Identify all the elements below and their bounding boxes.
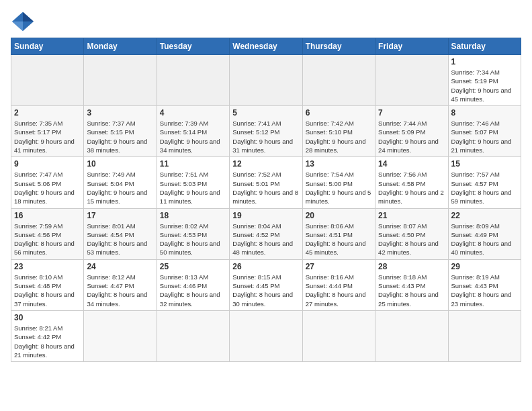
day-number: 2 bbox=[14, 108, 81, 118]
day-info: Sunrise: 7:59 AM Sunset: 4:56 PM Dayligh… bbox=[14, 222, 81, 257]
calendar-week-5: 23Sunrise: 8:10 AM Sunset: 4:48 PM Dayli… bbox=[11, 259, 521, 310]
day-info: Sunrise: 7:47 AM Sunset: 5:06 PM Dayligh… bbox=[14, 170, 81, 205]
calendar-cell bbox=[157, 55, 229, 106]
day-info: Sunrise: 8:04 AM Sunset: 4:52 PM Dayligh… bbox=[232, 222, 299, 257]
day-info: Sunrise: 7:51 AM Sunset: 5:03 PM Dayligh… bbox=[160, 170, 226, 205]
day-number: 30 bbox=[14, 313, 81, 322]
calendar-cell: 22Sunrise: 8:09 AM Sunset: 4:49 PM Dayli… bbox=[448, 208, 521, 259]
day-number: 4 bbox=[160, 108, 226, 118]
day-info: Sunrise: 7:56 AM Sunset: 4:58 PM Dayligh… bbox=[378, 170, 445, 205]
calendar-cell: 29Sunrise: 8:19 AM Sunset: 4:43 PM Dayli… bbox=[448, 259, 521, 310]
calendar-week-1: 1Sunrise: 7:34 AM Sunset: 5:19 PM Daylig… bbox=[11, 55, 521, 106]
day-number: 20 bbox=[306, 211, 372, 220]
generalblue-logo-icon bbox=[11, 11, 35, 32]
weekday-header-saturday: Saturday bbox=[448, 38, 521, 55]
calendar-cell: 8Sunrise: 7:46 AM Sunset: 5:07 PM Daylig… bbox=[448, 106, 521, 157]
day-number: 18 bbox=[160, 211, 226, 220]
calendar-cell bbox=[84, 310, 157, 361]
day-info: Sunrise: 7:44 AM Sunset: 5:09 PM Dayligh… bbox=[378, 119, 445, 154]
calendar-cell: 9Sunrise: 7:47 AM Sunset: 5:06 PM Daylig… bbox=[11, 157, 84, 208]
calendar-cell: 27Sunrise: 8:16 AM Sunset: 4:44 PM Dayli… bbox=[302, 259, 375, 310]
day-number: 26 bbox=[232, 262, 299, 271]
day-info: Sunrise: 8:06 AM Sunset: 4:51 PM Dayligh… bbox=[306, 222, 372, 257]
calendar-cell: 7Sunrise: 7:44 AM Sunset: 5:09 PM Daylig… bbox=[375, 106, 448, 157]
day-number: 3 bbox=[87, 108, 153, 118]
day-number: 22 bbox=[451, 211, 518, 220]
day-info: Sunrise: 8:16 AM Sunset: 4:44 PM Dayligh… bbox=[306, 273, 372, 308]
calendar-week-2: 2Sunrise: 7:35 AM Sunset: 5:17 PM Daylig… bbox=[11, 106, 521, 157]
logo bbox=[11, 11, 38, 32]
weekday-header-sunday: Sunday bbox=[11, 38, 84, 55]
svg-marker-2 bbox=[12, 21, 23, 31]
header bbox=[11, 11, 521, 32]
day-info: Sunrise: 7:49 AM Sunset: 5:04 PM Dayligh… bbox=[87, 170, 153, 205]
calendar-cell: 19Sunrise: 8:04 AM Sunset: 4:52 PM Dayli… bbox=[230, 208, 302, 259]
calendar-cell: 17Sunrise: 8:01 AM Sunset: 4:54 PM Dayli… bbox=[84, 208, 157, 259]
calendar-cell: 13Sunrise: 7:54 AM Sunset: 5:00 PM Dayli… bbox=[302, 157, 375, 208]
day-info: Sunrise: 7:52 AM Sunset: 5:01 PM Dayligh… bbox=[232, 170, 299, 205]
calendar-cell: 11Sunrise: 7:51 AM Sunset: 5:03 PM Dayli… bbox=[157, 157, 229, 208]
calendar-cell: 4Sunrise: 7:39 AM Sunset: 5:14 PM Daylig… bbox=[157, 106, 229, 157]
calendar-cell: 15Sunrise: 7:57 AM Sunset: 4:57 PM Dayli… bbox=[448, 157, 521, 208]
calendar-cell: 5Sunrise: 7:41 AM Sunset: 5:12 PM Daylig… bbox=[230, 106, 302, 157]
day-info: Sunrise: 8:15 AM Sunset: 4:45 PM Dayligh… bbox=[232, 273, 299, 308]
day-info: Sunrise: 8:07 AM Sunset: 4:50 PM Dayligh… bbox=[378, 222, 445, 257]
weekday-header-row: SundayMondayTuesdayWednesdayThursdayFrid… bbox=[11, 38, 521, 55]
calendar-cell bbox=[230, 310, 302, 361]
day-number: 19 bbox=[232, 211, 299, 220]
day-info: Sunrise: 7:39 AM Sunset: 5:14 PM Dayligh… bbox=[160, 119, 226, 154]
day-number: 24 bbox=[87, 262, 153, 271]
day-number: 11 bbox=[160, 159, 226, 169]
calendar-cell: 10Sunrise: 7:49 AM Sunset: 5:04 PM Dayli… bbox=[84, 157, 157, 208]
day-info: Sunrise: 7:46 AM Sunset: 5:07 PM Dayligh… bbox=[451, 119, 518, 154]
calendar-week-6: 30Sunrise: 8:21 AM Sunset: 4:42 PM Dayli… bbox=[11, 310, 521, 361]
weekday-header-wednesday: Wednesday bbox=[230, 38, 302, 55]
day-number: 17 bbox=[87, 211, 153, 220]
calendar-cell bbox=[84, 55, 157, 106]
calendar-cell bbox=[375, 55, 448, 106]
weekday-header-tuesday: Tuesday bbox=[157, 38, 229, 55]
day-number: 7 bbox=[378, 108, 445, 118]
day-info: Sunrise: 7:37 AM Sunset: 5:15 PM Dayligh… bbox=[87, 119, 153, 154]
calendar-cell: 26Sunrise: 8:15 AM Sunset: 4:45 PM Dayli… bbox=[230, 259, 302, 310]
day-number: 29 bbox=[451, 262, 518, 271]
day-info: Sunrise: 7:34 AM Sunset: 5:19 PM Dayligh… bbox=[451, 68, 518, 103]
day-number: 9 bbox=[14, 159, 81, 169]
day-info: Sunrise: 7:42 AM Sunset: 5:10 PM Dayligh… bbox=[306, 119, 372, 154]
calendar-cell: 28Sunrise: 8:18 AM Sunset: 4:43 PM Dayli… bbox=[375, 259, 448, 310]
calendar-cell: 20Sunrise: 8:06 AM Sunset: 4:51 PM Dayli… bbox=[302, 208, 375, 259]
day-info: Sunrise: 8:10 AM Sunset: 4:48 PM Dayligh… bbox=[14, 273, 81, 308]
day-number: 12 bbox=[232, 159, 299, 169]
day-number: 10 bbox=[87, 159, 153, 169]
weekday-header-friday: Friday bbox=[375, 38, 448, 55]
day-info: Sunrise: 8:18 AM Sunset: 4:43 PM Dayligh… bbox=[378, 273, 445, 308]
day-number: 1 bbox=[451, 57, 518, 66]
calendar-cell: 12Sunrise: 7:52 AM Sunset: 5:01 PM Dayli… bbox=[230, 157, 302, 208]
calendar-cell: 30Sunrise: 8:21 AM Sunset: 4:42 PM Dayli… bbox=[11, 310, 84, 361]
calendar-week-3: 9Sunrise: 7:47 AM Sunset: 5:06 PM Daylig… bbox=[11, 157, 521, 208]
calendar-cell bbox=[448, 310, 521, 361]
calendar-cell bbox=[11, 55, 84, 106]
day-number: 21 bbox=[378, 211, 445, 220]
calendar-cell bbox=[157, 310, 229, 361]
calendar-cell: 14Sunrise: 7:56 AM Sunset: 4:58 PM Dayli… bbox=[375, 157, 448, 208]
calendar-table: SundayMondayTuesdayWednesdayThursdayFrid… bbox=[11, 38, 521, 362]
day-number: 27 bbox=[306, 262, 372, 271]
calendar-cell bbox=[230, 55, 302, 106]
calendar-cell bbox=[375, 310, 448, 361]
day-info: Sunrise: 7:54 AM Sunset: 5:00 PM Dayligh… bbox=[306, 170, 372, 205]
day-number: 15 bbox=[451, 159, 518, 169]
day-info: Sunrise: 8:19 AM Sunset: 4:43 PM Dayligh… bbox=[451, 273, 518, 308]
calendar-cell: 18Sunrise: 8:02 AM Sunset: 4:53 PM Dayli… bbox=[157, 208, 229, 259]
day-info: Sunrise: 8:21 AM Sunset: 4:42 PM Dayligh… bbox=[14, 324, 81, 359]
calendar-cell: 24Sunrise: 8:12 AM Sunset: 4:47 PM Dayli… bbox=[84, 259, 157, 310]
calendar-cell bbox=[302, 55, 375, 106]
weekday-header-monday: Monday bbox=[84, 38, 157, 55]
day-info: Sunrise: 8:02 AM Sunset: 4:53 PM Dayligh… bbox=[160, 222, 226, 257]
day-info: Sunrise: 8:12 AM Sunset: 4:47 PM Dayligh… bbox=[87, 273, 153, 308]
day-number: 16 bbox=[14, 211, 81, 220]
calendar-cell: 6Sunrise: 7:42 AM Sunset: 5:10 PM Daylig… bbox=[302, 106, 375, 157]
day-number: 25 bbox=[160, 262, 226, 271]
day-info: Sunrise: 8:13 AM Sunset: 4:46 PM Dayligh… bbox=[160, 273, 226, 308]
day-number: 5 bbox=[232, 108, 299, 118]
